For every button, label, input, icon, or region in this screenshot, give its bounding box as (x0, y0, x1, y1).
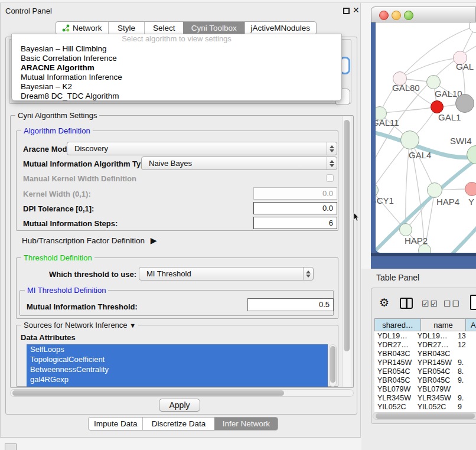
algorithm-option-mutual-information-inference[interactable]: Mutual Information Inference (12, 73, 341, 82)
dpi-tolerance-label: DPI Tolerance [0,1]: (23, 204, 94, 213)
tab-label: Select (153, 24, 175, 32)
network-window-titlebar[interactable] (371, 6, 476, 22)
attribute-item-gal4rgexp[interactable]: gal4RGexp (27, 374, 328, 384)
apply-button[interactable]: Apply (159, 399, 200, 412)
attributes-scrollbar[interactable] (329, 344, 337, 387)
table-cell: YBL079W (374, 385, 415, 393)
node-label-hap4: HAP4 (436, 197, 459, 207)
expand-right-icon[interactable]: ▶ (151, 236, 157, 245)
algorithm-option-bayesian-hill-climbing[interactable]: Bayesian – Hill Climbing (12, 44, 341, 54)
table-cell: YPR145W (415, 358, 453, 367)
hub-definition-label: Hub/Transcription Factor Definition (22, 236, 145, 245)
tab-label: jActiveMNodules (251, 24, 311, 32)
select-all-columns-icon[interactable]: ☑☑ (422, 299, 439, 308)
screen: { "colors": { "selection_blue": "#3a76d2… (0, 0, 476, 450)
network-node-gal10[interactable] (426, 75, 441, 89)
zoom-traffic-light-icon[interactable] (404, 11, 413, 20)
mi-threshold-field[interactable]: 0.5 (247, 298, 334, 311)
attribute-item-selfloops[interactable]: SelfLoops (27, 344, 328, 354)
table-row[interactable]: YBL079WYBL079W (374, 384, 476, 393)
algorithm-option-basic-correlation-inference[interactable]: Basic Correlation Inference (12, 54, 341, 63)
algorithm-option-dream8-dc-tdc-algorithm[interactable]: Dream8 DC_TDC Algorithm (12, 92, 341, 101)
algorithm-definition-title: Algorithm Definition (21, 126, 93, 135)
manual-kernel-checkbox[interactable] (326, 174, 334, 182)
node-label-gcy1: GCY1 (376, 195, 394, 206)
tab-network[interactable]: Network (56, 22, 108, 34)
network-node-hap2[interactable] (399, 223, 412, 236)
deselect-all-columns-icon[interactable]: ☐☐ (444, 299, 461, 308)
table-hscrollbar[interactable] (373, 412, 476, 420)
mi-steps-label: Mutual Information Steps: (23, 219, 118, 228)
table-row[interactable]: YDR27…YDR27…12 (374, 340, 476, 349)
kernel-width-field[interactable]: 0.0 (253, 187, 337, 200)
table-row[interactable]: YBR043CYBR043C (374, 349, 476, 358)
tab-cyni-toolbox[interactable]: Cyni Toolbox (183, 22, 244, 34)
aracne-mode-combo[interactable]: Discovery (67, 142, 337, 155)
hub-definition-toggle[interactable]: Hub/Transcription Factor Definition ▶ (22, 236, 157, 245)
tab-discretize-data[interactable]: Discretize Data (142, 418, 214, 430)
which-threshold-label: Which threshold to use: (49, 270, 136, 279)
dpi-tolerance-field[interactable]: 0.0 (253, 202, 337, 214)
network-node-gal4[interactable] (400, 131, 419, 149)
column-header-shared[interactable]: shared… (374, 318, 421, 331)
combo-stepper-icon (327, 157, 337, 169)
collapse-down-icon[interactable]: ▼ (129, 322, 136, 329)
network-node[interactable] (455, 94, 474, 113)
settings-hscrollbar[interactable] (10, 389, 354, 397)
attribute-item-betweennesscentrality[interactable]: BetweennessCentrality (27, 364, 328, 374)
close-window-button[interactable]: ✕ (353, 5, 360, 15)
network-frame-shadow (371, 253, 476, 256)
attribute-item-topologicalcoefficient[interactable]: TopologicalCoefficient (27, 354, 328, 364)
gear-icon[interactable]: ⚙ (379, 296, 389, 309)
table-cell: YER054C (374, 367, 415, 376)
sources-title[interactable]: Sources for Network Inference ▼ (21, 321, 138, 330)
table-row[interactable]: YER054CYER054C8. (374, 367, 476, 376)
table-panel: ⚙ ☑☑ ☐☐ shared…nameA YDL19…YDL19…13YDR27… (371, 288, 476, 424)
settings-scrollbar[interactable] (342, 116, 351, 387)
close-traffic-light-icon[interactable] (379, 11, 389, 20)
columns-icon[interactable] (400, 298, 413, 309)
table-cell: 12 (453, 341, 476, 349)
table-panel-title: Table Panel (376, 273, 419, 282)
table-cell: YIL052C (374, 403, 415, 411)
table-row[interactable]: YBR045CYBR045C9. (374, 376, 476, 384)
algorithm-option-aracne-algorithm[interactable]: ARACNE Algorithm (12, 63, 341, 73)
minimize-traffic-light-icon[interactable] (392, 11, 401, 20)
table-cell: 13 (453, 332, 476, 340)
tab-select[interactable]: Select (144, 22, 183, 34)
tab-infer-network[interactable]: Infer Network (214, 418, 278, 430)
table-cell: YDL19… (415, 332, 453, 340)
mi-type-combo[interactable]: Naive Bayes (141, 156, 337, 170)
algorithm-option-bayesian-k2[interactable]: Bayesian – K2 (12, 82, 341, 92)
export-table-icon[interactable] (470, 295, 476, 310)
network-node[interactable] (418, 244, 431, 253)
cyni-algorithm-settings-title: Cyni Algorithm Settings (15, 111, 99, 120)
network-canvas[interactable]: GALGAL80GAL10GAL1GAL11SWI4GAL4GCY1HAP4YH… (376, 22, 476, 253)
tab-impute-data[interactable]: Impute Data (89, 418, 142, 430)
table-cell: 9. (453, 358, 476, 367)
tab-jactivemnodules[interactable]: jActiveMNodules (244, 22, 316, 34)
which-threshold-combo[interactable]: MI Threshold (139, 267, 314, 281)
mi-type-value: Naive Bayes (142, 159, 327, 168)
float-window-button[interactable] (343, 8, 350, 14)
kernel-width-label: Kernel Width (0,1): (23, 190, 91, 198)
table-row[interactable]: YDL19…YDL19…13 (374, 331, 476, 340)
column-header-name[interactable]: name (421, 318, 466, 331)
table-cell: 9. (453, 394, 476, 402)
column-header-a[interactable]: A (466, 318, 476, 331)
table-row[interactable]: YLR345WYLR345W9. (374, 393, 476, 402)
table-cell: YLR345W (415, 394, 453, 402)
network-node-gal1[interactable] (431, 100, 444, 113)
sources-title-text: Sources for Network Inference (24, 321, 128, 330)
table-cell: YBL079W (415, 385, 453, 393)
minimized-panel-icon[interactable] (5, 444, 17, 450)
manual-kernel-label: Manual Kernel Width Definition (23, 174, 136, 183)
network-node-hap4[interactable] (427, 182, 442, 198)
table-row[interactable]: YIL052CYIL052C9 (374, 402, 476, 411)
network-node-y[interactable] (465, 182, 476, 196)
table-row[interactable]: YPR145WYPR145W9. (374, 358, 476, 367)
node-label-swi4: SWI4 (450, 136, 472, 146)
mi-steps-field[interactable]: 6 (253, 217, 337, 229)
tab-style[interactable]: Style (108, 22, 145, 34)
table-cell: YER054C (415, 367, 453, 376)
